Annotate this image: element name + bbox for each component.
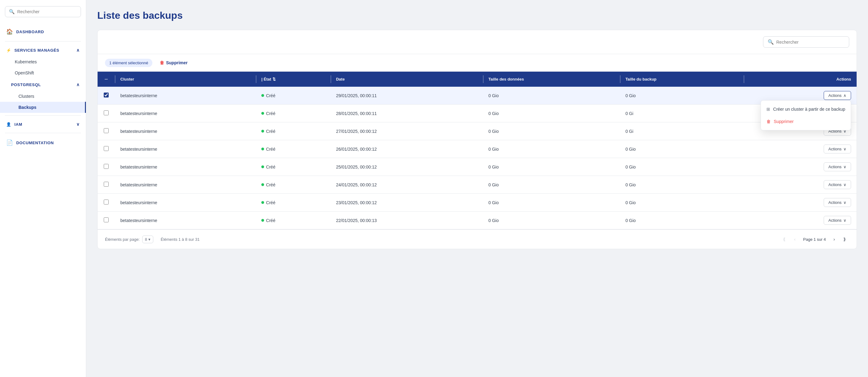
delete-item[interactable]: 🗑 Supprimer (761, 115, 851, 128)
documentation-label: DOCUMENTATION (16, 140, 54, 145)
create-cluster-item[interactable]: ⊞ Créer un cluster à partir de ce backup (761, 103, 851, 115)
per-page-select[interactable]: 8 ▾ (142, 236, 153, 243)
select-all-header[interactable] (98, 72, 115, 87)
status-dot-icon (261, 219, 264, 222)
row-checkbox-cell[interactable] (98, 140, 115, 158)
row-checkbox[interactable] (104, 93, 108, 98)
status-label: Créé (266, 182, 275, 187)
row-checkbox[interactable] (104, 182, 108, 187)
col-etat[interactable]: | État ⇅ (256, 72, 330, 87)
selection-count: 1 élément sélectionné (105, 59, 152, 67)
sidebar-item-documentation[interactable]: 📄 DOCUMENTATION (0, 136, 86, 150)
table-row: betatesteursinterne Créé 22/01/2025, 00:… (98, 212, 857, 230)
actions-button[interactable]: Actions ∧ (824, 91, 851, 100)
prev-page-button[interactable]: ‹ (790, 235, 799, 244)
sidebar-item-clusters[interactable]: Clusters (0, 91, 86, 102)
actions-button[interactable]: Actions ∨ (824, 162, 851, 171)
trash-icon: 🗑 (767, 119, 771, 124)
row-date: 22/01/2025, 00:00:13 (331, 212, 483, 230)
row-checkbox-cell[interactable] (98, 176, 115, 194)
sidebar-search-input[interactable] (17, 9, 77, 14)
table-search-input[interactable] (776, 40, 845, 44)
row-taille-donnees: 0 Gio (483, 105, 620, 123)
sidebar-item-dashboard[interactable]: 🏠 DASHBOARD (0, 25, 86, 39)
row-cluster: betatesteursinterne (115, 176, 256, 194)
col-actions-label: Actions (836, 77, 851, 81)
row-taille-donnees: 0 Gio (483, 140, 620, 158)
row-actions-cell: Actions ∨ (744, 140, 857, 158)
row-cluster: betatesteursinterne (115, 158, 256, 176)
table-row: betatesteursinterne Créé 24/01/2025, 00:… (98, 176, 857, 194)
status-dot-icon (261, 147, 264, 150)
row-taille-backup: 0 Gio (620, 140, 744, 158)
row-taille-donnees: 0 Gio (483, 176, 620, 194)
last-page-button[interactable]: ⟫ (840, 235, 849, 244)
col-taille-backup-label: Taille du backup (625, 77, 656, 81)
status-dot-icon (261, 165, 264, 168)
row-checkbox[interactable] (104, 200, 108, 205)
create-cluster-label: Créer un cluster à partir de ce backup (773, 107, 845, 112)
sidebar-item-iam[interactable]: 👤 IAM ∨ (0, 118, 86, 130)
col-date-label: Date (336, 77, 345, 81)
select-all-minus-icon[interactable] (104, 77, 108, 82)
col-taille-donnees: Taille des données (483, 72, 620, 87)
row-cluster: betatesteursinterne (115, 140, 256, 158)
row-checkbox-cell[interactable] (98, 212, 115, 230)
sidebar-item-backups[interactable]: Backups (0, 102, 86, 113)
row-taille-backup: 0 Gio (620, 176, 744, 194)
row-date: 23/01/2025, 00:00:12 (331, 194, 483, 212)
row-actions-cell: Actions ∨ (744, 158, 857, 176)
row-date: 29/01/2025, 00:00:11 (331, 87, 483, 105)
sidebar-divider-3 (5, 133, 81, 133)
status-dot-icon (261, 130, 264, 133)
status-dot-icon (261, 112, 264, 115)
actions-button[interactable]: Actions ∨ (824, 144, 851, 153)
first-page-button[interactable]: ⟪ (780, 235, 789, 244)
sidebar-item-kubernetes[interactable]: Kubernetes (0, 56, 86, 67)
row-actions-cell: Actions ∨ (744, 194, 857, 212)
table-row: betatesteursinterne Créé 23/01/2025, 00:… (98, 194, 857, 212)
row-checkbox-cell[interactable] (98, 123, 115, 140)
table-search-box[interactable]: 🔍 (763, 36, 849, 48)
row-date: 27/01/2025, 00:00:12 (331, 123, 483, 140)
row-checkbox-cell[interactable] (98, 105, 115, 123)
row-cluster: betatesteursinterne (115, 87, 256, 105)
row-date: 26/01/2025, 00:00:12 (331, 140, 483, 158)
table-header-row: Cluster | État ⇅ Date Taille des données (98, 72, 857, 87)
col-taille-donnees-label: Taille des données (489, 77, 524, 81)
services-icon: ⚡ (6, 48, 11, 53)
row-cluster: betatesteursinterne (115, 212, 256, 230)
row-checkbox-cell[interactable] (98, 194, 115, 212)
delete-label: Supprimer (774, 119, 794, 124)
actions-button[interactable]: Actions ∨ (824, 198, 851, 207)
per-page-value: 8 (145, 237, 147, 242)
row-actions-cell: Actions ∨ (744, 176, 857, 194)
sidebar-search[interactable]: 🔍 (5, 6, 81, 17)
row-actions-cell: Actions ∧ ⊞ Créer un cluster à partir de… (744, 87, 857, 105)
cluster-create-icon: ⊞ (767, 107, 770, 112)
row-checkbox[interactable] (104, 146, 108, 151)
row-taille-donnees: 0 Gio (483, 123, 620, 140)
next-page-button[interactable]: › (830, 235, 839, 244)
row-checkbox-cell[interactable] (98, 87, 115, 105)
iam-label: IAM (14, 122, 23, 127)
actions-button[interactable]: Actions ∨ (824, 180, 851, 189)
status-dot-icon (261, 183, 264, 186)
row-checkbox-cell[interactable] (98, 158, 115, 176)
col-actions: Actions (744, 72, 857, 87)
delete-selected-button[interactable]: 🗑 Supprimer (156, 59, 191, 67)
row-etat: Créé (256, 194, 330, 212)
chevron-up-icon: ∧ (843, 93, 846, 98)
sidebar-item-services-manages[interactable]: ⚡ SERVICES MANAGÉS ∧ (0, 44, 86, 56)
row-actions-cell: Actions ∨ (744, 212, 857, 230)
row-checkbox[interactable] (104, 128, 108, 133)
backups-card: 🔍 1 élément sélectionné 🗑 Supprimer (97, 30, 857, 249)
page-info: Page 1 sur 4 (803, 237, 826, 242)
actions-button[interactable]: Actions ∨ (824, 216, 851, 225)
row-checkbox[interactable] (104, 164, 108, 169)
row-checkbox[interactable] (104, 110, 108, 115)
sidebar-item-openshift[interactable]: OpenShift (0, 67, 86, 78)
row-checkbox[interactable] (104, 217, 108, 222)
sidebar-item-postgresql[interactable]: PostgreSQL ∧ (0, 78, 86, 91)
iam-icon: 👤 (6, 122, 11, 127)
